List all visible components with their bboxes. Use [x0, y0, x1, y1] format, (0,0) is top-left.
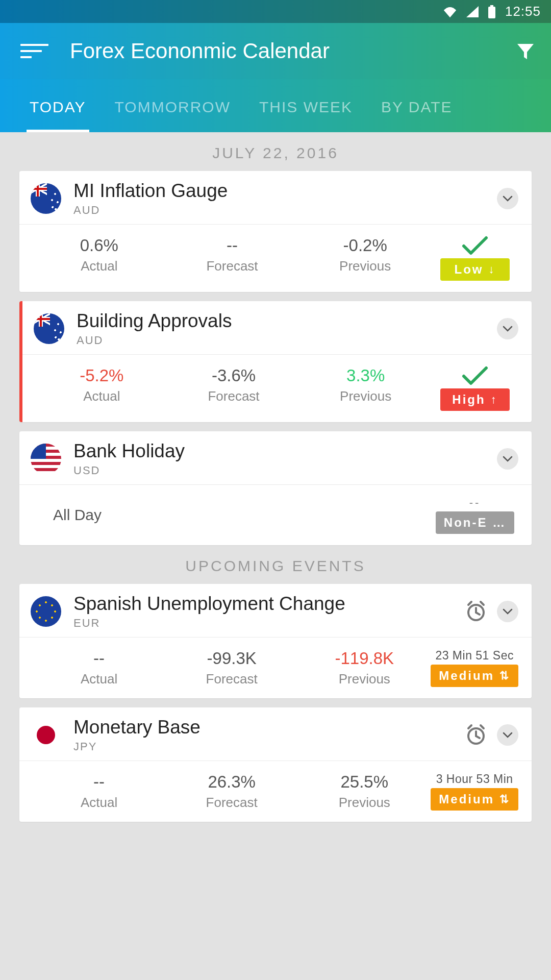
event-card[interactable]: Bank Holiday USD All Day -- Non-E …: [19, 431, 532, 545]
flag-icon-us: [31, 444, 61, 474]
previous-value: 25.5%: [298, 772, 431, 792]
event-card[interactable]: Spanish Unemployment Change EUR -- Actua…: [19, 584, 532, 698]
alarm-icon[interactable]: [464, 600, 488, 623]
arrow-both-icon: ⇅: [499, 793, 510, 806]
impact-badge: Medium⇅: [431, 665, 518, 687]
event-title: MI Inflation Gauge: [73, 180, 497, 202]
actual-value: --: [33, 772, 165, 792]
tab-this-week[interactable]: THIS WEEK: [245, 99, 367, 132]
previous-value: -0.2%: [298, 236, 432, 255]
upcoming-events: Spanish Unemployment Change EUR -- Actua…: [0, 584, 551, 822]
check-icon: [462, 366, 488, 386]
check-icon: [462, 236, 488, 256]
forecast-value: -99.3K: [165, 649, 298, 668]
expand-button[interactable]: [497, 318, 518, 339]
svg-rect-1: [488, 7, 495, 18]
section-date: JULY 22, 2016: [0, 132, 551, 171]
impact-badge: Low↓: [440, 258, 510, 281]
app-bar: Forex Econonmic Calendar: [0, 23, 551, 79]
forecast-label: Forecast: [166, 258, 299, 274]
expand-button[interactable]: [497, 601, 518, 622]
chevron-down-icon: [502, 193, 513, 204]
event-title: Spanish Unemployment Change: [73, 593, 464, 615]
page-title: Forex Econonmic Calendar: [70, 39, 515, 63]
all-day-label: All Day: [33, 506, 432, 524]
flag-icon-au: [34, 313, 64, 344]
svg-rect-0: [490, 5, 493, 7]
flag-icon-au: [31, 183, 61, 214]
forecast-label: Forecast: [168, 388, 300, 404]
event-card[interactable]: Monetary Base JPY -- Actual 26.3% Foreca…: [19, 707, 532, 822]
actual-value: -5.2%: [36, 366, 168, 385]
filter-icon[interactable]: [515, 41, 536, 61]
event-card[interactable]: MI Inflation Gauge AUD 0.6% Actual -- Fo…: [19, 171, 532, 292]
expand-button[interactable]: [497, 724, 518, 746]
actual-label: Actual: [33, 258, 166, 274]
tab-tomorrow[interactable]: TOMMORROW: [101, 99, 245, 132]
chevron-down-icon: [502, 729, 513, 741]
impact-badge: Medium⇅: [431, 788, 518, 811]
arrow-both-icon: ⇅: [499, 669, 510, 682]
tab-today[interactable]: TODAY: [15, 99, 101, 132]
event-currency: USD: [73, 464, 497, 477]
previous-label: Previous: [298, 258, 432, 274]
event-title: Monetary Base: [73, 717, 464, 738]
chevron-down-icon: [502, 453, 513, 464]
tabs: TODAY TOMMORROW THIS WEEK BY DATE: [0, 79, 551, 132]
actual-value: 0.6%: [33, 236, 166, 255]
event-currency: AUD: [73, 204, 497, 217]
wifi-icon: [443, 6, 457, 17]
event-currency: AUD: [77, 334, 497, 347]
battery-icon: [488, 5, 496, 18]
actual-label: Actual: [36, 388, 168, 404]
section-upcoming: UPCOMING EVENTS: [0, 545, 551, 584]
previous-label: Previous: [298, 795, 431, 811]
flag-icon-eu: [31, 596, 61, 627]
alarm-icon[interactable]: [464, 723, 488, 747]
previous-label: Previous: [299, 388, 432, 404]
menu-icon[interactable]: [20, 41, 48, 61]
status-clock: 12:55: [505, 4, 541, 19]
cellular-icon: [466, 6, 479, 17]
previous-label: Previous: [298, 671, 431, 687]
actual-label: Actual: [33, 795, 165, 811]
forecast-value: 26.3%: [165, 772, 298, 792]
expand-button[interactable]: [497, 448, 518, 470]
arrow-up-icon: ↑: [491, 393, 498, 406]
today-events: MI Inflation Gauge AUD 0.6% Actual -- Fo…: [0, 171, 551, 545]
countdown: 23 Min 51 Sec: [435, 649, 514, 663]
event-currency: EUR: [73, 617, 464, 630]
forecast-label: Forecast: [165, 671, 298, 687]
impact-badge: Non-E …: [436, 511, 514, 534]
impact-badge: High↑: [440, 388, 510, 411]
event-title: Building Approvals: [77, 310, 497, 332]
forecast-value: --: [166, 236, 299, 255]
flag-icon-jp: [31, 720, 61, 750]
countdown: 3 Hour 53 Min: [436, 772, 513, 786]
event-currency: JPY: [73, 740, 464, 753]
chevron-down-icon: [502, 606, 513, 617]
forecast-value: -3.6%: [168, 366, 300, 385]
tab-by-date[interactable]: BY DATE: [367, 99, 467, 132]
forecast-label: Forecast: [165, 795, 298, 811]
previous-value: 3.3%: [299, 366, 432, 385]
impact-dash: --: [469, 496, 481, 509]
status-bar: 12:55: [0, 0, 551, 23]
previous-value: -119.8K: [298, 649, 431, 668]
event-card[interactable]: Building Approvals AUD -5.2% Actual -3.6…: [19, 301, 532, 422]
event-title: Bank Holiday: [73, 440, 497, 462]
actual-value: --: [33, 649, 165, 668]
arrow-down-icon: ↓: [489, 263, 496, 276]
expand-button[interactable]: [497, 188, 518, 209]
chevron-down-icon: [502, 323, 513, 334]
actual-label: Actual: [33, 671, 165, 687]
